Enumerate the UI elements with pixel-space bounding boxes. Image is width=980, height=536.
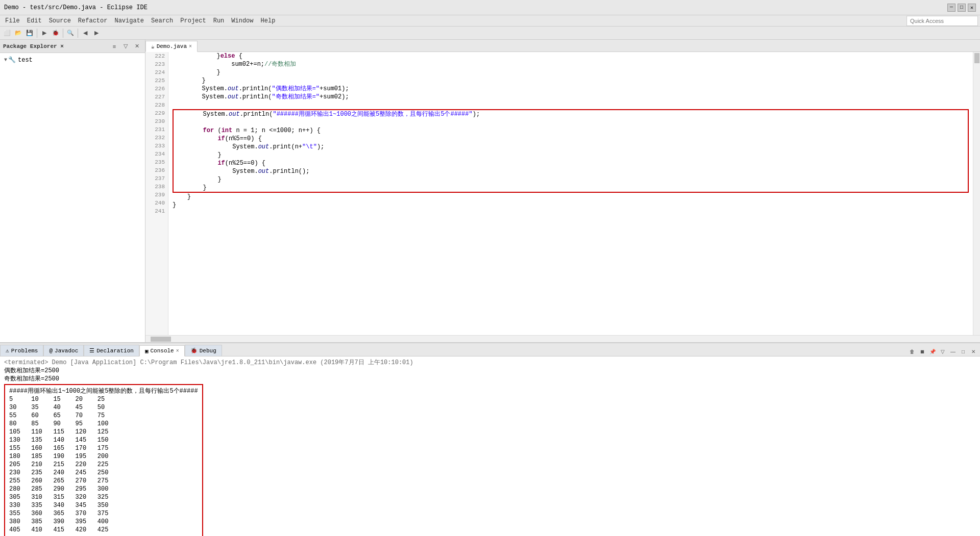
pe-toolbar: ≡ ▽ ✕ (109, 41, 142, 52)
tree-item-test[interactable]: ▼ 🔧 test (2, 55, 143, 65)
scroll-thumb[interactable] (974, 53, 979, 63)
h-scroll-thumb[interactable] (151, 337, 171, 342)
menu-navigate[interactable]: Navigate (111, 16, 147, 25)
code-line-225: } (173, 76, 969, 85)
bottom-tabs-left: ⚠ Problems @ Javadoc ☰ Declaration ▣ Con… (0, 345, 222, 356)
console-content: <terminated> Demo [Java Application] C:\… (0, 356, 980, 536)
pe-collapse-button[interactable]: ≡ (109, 41, 119, 52)
line-numbers: 222 223 224 225 226 227 228 229 230 231 … (145, 52, 168, 335)
search-button[interactable]: 🔍 (65, 28, 76, 38)
close-button[interactable]: ✕ (968, 4, 976, 12)
menu-help[interactable]: Help (258, 16, 279, 25)
title-bar: Demo - test/src/Demo.java - Eclipse IDE … (0, 0, 980, 15)
bottom-toolbar: 🗑 ⏹ 📌 ▽ — □ ✕ (905, 347, 980, 356)
pe-close-button[interactable]: ✕ (132, 41, 142, 52)
console-row-17: 405 410 415 420 425 (9, 526, 198, 534)
console-row-11: 255 260 265 270 275 (9, 477, 198, 485)
quick-access-input[interactable] (906, 16, 978, 26)
declaration-icon: ☰ (89, 347, 94, 354)
console-stop-button[interactable]: ⏹ (918, 347, 927, 356)
menu-refactor[interactable]: Refactor (75, 16, 111, 25)
new-button[interactable]: ⬜ (2, 28, 12, 38)
console-tab-close[interactable]: × (176, 348, 179, 354)
line-229: 229 (145, 109, 168, 117)
line-237: 237 (145, 174, 168, 183)
code-line-230 (174, 118, 968, 126)
menu-search[interactable]: Search (148, 16, 176, 25)
pe-content: ▼ 🔧 test (0, 53, 145, 342)
open-button[interactable]: 📂 (13, 28, 23, 38)
console-pin-button[interactable]: 📌 (928, 347, 937, 356)
javadoc-icon: @ (49, 348, 53, 354)
menu-project[interactable]: Project (177, 16, 209, 25)
bottom-panel: ⚠ Problems @ Javadoc ☰ Declaration ▣ Con… (0, 342, 980, 536)
tab-javadoc[interactable]: @ Javadoc (43, 345, 84, 356)
javadoc-label: Javadoc (55, 348, 78, 354)
menu-run[interactable]: Run (210, 16, 228, 25)
bottom-tabs: ⚠ Problems @ Javadoc ☰ Declaration ▣ Con… (0, 343, 980, 356)
minimize-button[interactable]: ─ (947, 4, 955, 12)
code-content[interactable]: }else { sum02+=n;//奇数相加 } } System.out.p… (168, 52, 973, 335)
console-header: #####用循环输出1~1000之间能被5整除的数，且每行输出5个##### (9, 387, 198, 395)
tab-icon: ☕ (151, 43, 155, 50)
tab-declaration[interactable]: ☰ Declaration (84, 345, 139, 356)
code-line-233: System.out.print(n+"\t"); (174, 143, 968, 151)
code-line-237: } (174, 175, 968, 184)
maximize-button[interactable]: □ (958, 4, 966, 12)
pe-header: Package Explorer × ≡ ▽ ✕ (0, 40, 145, 53)
code-line-241 (173, 209, 969, 217)
menu-bar: File Edit Source Refactor Navigate Searc… (0, 15, 980, 27)
tab-problems[interactable]: ⚠ Problems (0, 345, 43, 356)
console-row-3: 55 60 65 70 75 (9, 412, 198, 420)
menu-file[interactable]: File (2, 16, 23, 25)
code-line-226: System.out.println("偶数相加结果="+sum01); (173, 85, 969, 93)
run-button[interactable]: ▶ (39, 28, 50, 38)
debug-button[interactable]: 🐞 (51, 28, 61, 38)
console-row-8: 180 185 190 195 200 (9, 452, 198, 461)
code-line-240: } (173, 201, 969, 209)
console-row-13: 305 310 315 320 325 (9, 493, 198, 501)
console-row-14: 330 335 340 345 350 (9, 501, 198, 509)
editor-scrollbar[interactable] (973, 52, 980, 335)
line-235: 235 (145, 158, 168, 166)
line-224: 224 (145, 68, 168, 76)
back-button[interactable]: ◀ (80, 28, 90, 38)
code-line-238: } (174, 184, 968, 192)
line-222: 222 (145, 52, 168, 60)
declaration-label: Declaration (96, 348, 134, 354)
tab-label: Demo.java (157, 43, 187, 49)
console-clear-button[interactable]: 🗑 (908, 347, 917, 356)
editor-tabs: ☕ Demo.java × (145, 40, 980, 52)
code-editor: 222 223 224 225 226 227 228 229 230 231 … (145, 52, 980, 335)
line-231: 231 (145, 125, 168, 134)
pe-menu-button[interactable]: ▽ (120, 41, 131, 52)
console-row-2: 30 35 40 45 50 (9, 403, 198, 412)
code-line-227: System.out.println("奇数相加结果="+sum02); (173, 93, 969, 101)
highlight-block: System.out.println("######用循环输出1~1000之间能… (173, 109, 969, 193)
toolbar-sep-2 (63, 29, 63, 38)
forward-button[interactable]: ▶ (91, 28, 102, 38)
line-240: 240 (145, 199, 168, 207)
editor-area: ☕ Demo.java × 222 223 224 225 226 227 22… (145, 40, 980, 342)
code-line-231: for (int n = 1; n <=1000; n++) { (174, 126, 968, 135)
menu-source[interactable]: Source (46, 16, 74, 25)
menu-edit[interactable]: Edit (24, 16, 45, 25)
console-close-button[interactable]: ✕ (969, 347, 978, 356)
console-minimize-button[interactable]: — (948, 347, 958, 356)
console-row-4: 80 85 90 95 100 (9, 420, 198, 428)
tab-console[interactable]: ▣ Console × (139, 345, 185, 356)
code-line-235: if(n%25==0) { (174, 159, 968, 167)
tree-arrow: ▼ (4, 57, 7, 63)
editor-tab-demo-java[interactable]: ☕ Demo.java × (145, 41, 198, 52)
console-odd-sum: 奇数相加结果=2500 (4, 375, 976, 383)
tab-debug[interactable]: 🐞 Debug (185, 345, 222, 356)
save-button[interactable]: 💾 (24, 28, 35, 38)
console-maximize-button[interactable]: □ (959, 347, 968, 356)
horizontal-scrollbar[interactable] (145, 335, 980, 342)
code-line-222: }else { (173, 52, 969, 60)
menu-window[interactable]: Window (228, 16, 256, 25)
line-225: 225 (145, 76, 168, 85)
console-menu-button[interactable]: ▽ (938, 347, 947, 356)
line-232: 232 (145, 134, 168, 142)
tab-close-button[interactable]: × (189, 44, 192, 49)
